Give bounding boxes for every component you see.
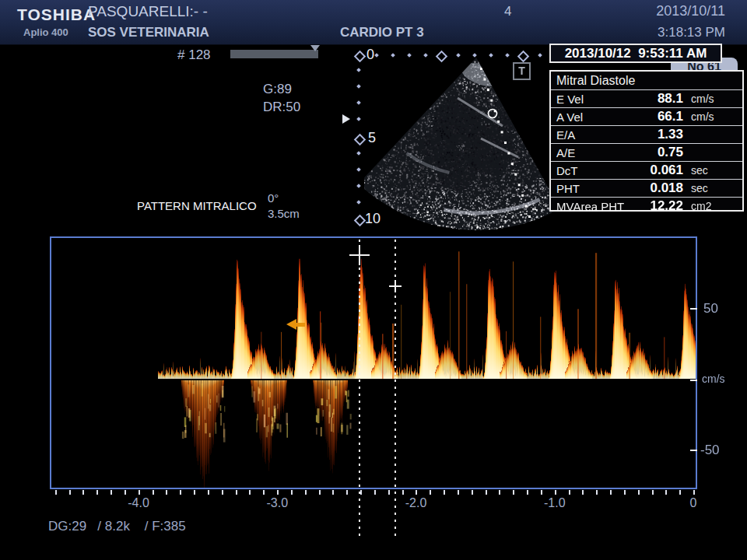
time-axis-tick (624, 490, 626, 495)
velocity-axis-label: 50 (703, 301, 718, 317)
measurement-value: 12.22 (619, 198, 683, 214)
doppler-angle-label: 0° (268, 191, 279, 205)
measurement-label: A Vel (556, 110, 583, 124)
system-date: 2013/10/11 (656, 3, 725, 19)
time-axis-tick (652, 490, 654, 495)
measurement-unit: cm/s (691, 110, 714, 123)
brand-logo: TOSHIBA (17, 5, 96, 24)
measurement-unit: sec (691, 182, 708, 194)
system-time: 3:18:13 PM (658, 25, 725, 40)
time-axis-tick (444, 490, 445, 495)
e-caliper-cross[interactable] (359, 245, 360, 265)
header-bar: TOSHIBA Aplio 400 PASQUARELLI:- - SOS VE… (0, 0, 747, 45)
measurement-value: 66.1 (619, 109, 683, 124)
time-axis-tick (82, 490, 84, 495)
time-axis-tick (110, 490, 112, 495)
time-axis-tick (638, 490, 640, 495)
time-axis-tick (332, 490, 334, 495)
ruler-dot (356, 200, 361, 205)
measurement-row: E/A1.33 (551, 125, 742, 143)
measurement-value: 0.75 (619, 145, 683, 160)
time-axis-tick (610, 490, 612, 495)
time-axis-tick (596, 490, 598, 495)
time-axis-tick (416, 490, 417, 495)
ruler-dot (356, 184, 361, 188)
measurement-row: E Vel88.1cm/s (551, 89, 742, 107)
ultrasound-screen: TOSHIBA Aplio 400 PASQUARELLI:- - SOS VE… (0, 0, 747, 560)
preset-label: PATTERN MITRALICO (137, 199, 257, 212)
velocity-axis-tick (690, 308, 697, 310)
measurement-results-box: Mitral Diastole E Vel88.1cm/sA Vel66.1cm… (549, 70, 744, 212)
time-axis-tick (319, 490, 321, 495)
velocity-axis-tick (690, 380, 697, 381)
time-axis-tick (527, 490, 528, 495)
time-axis-tick (582, 490, 584, 495)
focus-marker-icon (342, 114, 350, 124)
doppler-settings-footer: DG:29 / 8.2k / F:385 (48, 519, 186, 534)
e-cursor-dotted-line (359, 240, 360, 538)
measurement-label: E Vel (556, 93, 584, 106)
time-axis-tick (360, 490, 362, 495)
time-axis-tick (374, 490, 376, 495)
measurement-row: A/E0.75 (551, 143, 742, 161)
measurement-row: A Vel66.1cm/s (551, 107, 742, 125)
time-axis-tick (180, 490, 181, 495)
a-caliper-cross[interactable] (395, 280, 396, 292)
measurement-label: DcT (556, 164, 578, 177)
acquisition-timestamp: 2013/10/12 9:53:11 AM (549, 44, 722, 63)
ruler-dot (356, 151, 361, 156)
gate-depth-label: 3.5cm (268, 207, 300, 220)
time-axis-tick (194, 490, 195, 495)
time-axis-label: -4.0 (128, 496, 149, 510)
time-axis-tick (430, 490, 431, 495)
measurement-row: MVArea PHT12.22cm2 (551, 197, 742, 215)
measurement-unit: cm/s (691, 93, 714, 105)
frame-counter: # 128 (177, 47, 211, 63)
time-axis-tick (665, 490, 667, 495)
time-axis-tick (472, 490, 473, 495)
gain-label: G:89 (263, 82, 292, 97)
time-axis-tick (277, 490, 279, 495)
time-axis-tick (291, 490, 293, 495)
time-axis-tick (679, 490, 681, 495)
velocity-axis-label: -50 (700, 443, 720, 458)
time-axis-tick (249, 490, 251, 495)
measurement-value: 1.33 (619, 127, 683, 142)
time-axis-tick (263, 490, 265, 495)
time-axis-tick (513, 490, 514, 495)
measurement-unit: cm2 (691, 200, 711, 212)
orientation-mark-icon: T (513, 62, 531, 80)
time-axis-tick (69, 490, 71, 495)
ruler-dot (356, 167, 361, 172)
time-axis-tick (208, 490, 209, 495)
study-name: CARDIO PT 3 (340, 25, 424, 40)
ruler-dot (356, 84, 361, 89)
frame-slider-handle[interactable] (310, 45, 320, 51)
time-axis-tick (153, 490, 154, 495)
time-axis-tick (124, 490, 126, 495)
time-axis-tick (222, 490, 223, 495)
page-number: 4 (504, 4, 511, 19)
time-axis-tick (96, 490, 98, 495)
time-axis-tick (236, 490, 237, 495)
measurement-label: PHT (556, 182, 580, 195)
measurement-title-row: Mitral Diastole (551, 72, 742, 89)
frame-slider[interactable] (230, 50, 318, 58)
time-axis-tick (402, 490, 404, 495)
time-axis-tick (166, 490, 167, 495)
time-axis-tick (346, 490, 348, 495)
measurement-unit: sec (691, 164, 708, 177)
time-axis-tick (499, 490, 500, 495)
clinic-name: SOS VETERINARIA (88, 25, 209, 40)
measurement-label: MVArea PHT (556, 200, 624, 213)
time-axis-tick (555, 490, 556, 495)
measurement-value: 0.018 (619, 180, 683, 196)
time-axis-tick (388, 490, 390, 495)
ruler-dot (356, 117, 361, 121)
ruler-dot (356, 100, 361, 105)
time-axis-label: 0 (690, 496, 697, 510)
spectral-doppler-canvas (51, 238, 696, 488)
velocity-axis-tick (690, 450, 697, 451)
measurement-label: E/A (556, 128, 575, 142)
measurement-value: 88.1 (619, 91, 683, 107)
